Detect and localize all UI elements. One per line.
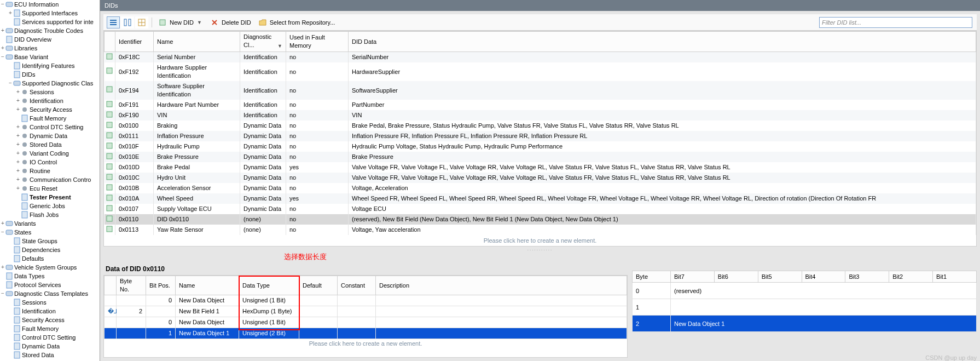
expand-toggle[interactable]: + — [15, 105, 21, 114]
table-row[interactable]: 0x010AWheel SpeedDynamic DatayesWheel Sp… — [105, 193, 976, 204]
tree-item[interactable]: DIDs — [0, 70, 100, 79]
col-bit-pos[interactable]: Bit Pos. — [146, 276, 176, 295]
tree-item[interactable]: Dynamic Data — [0, 342, 100, 351]
tree-item[interactable]: +Dynamic Data — [0, 131, 100, 140]
expand-toggle[interactable]: + — [15, 131, 21, 140]
tree-item[interactable]: DID Overview — [0, 35, 100, 44]
table-row[interactable]: 0New Data ObjectUnsigned (1 Bit) — [105, 317, 627, 328]
tree-item[interactable]: +Libraries — [0, 44, 100, 53]
col-fault-memory[interactable]: Used in Fault Memory — [286, 32, 349, 52]
table-row[interactable]: 0x0110DID 0x0110(none)no(reserved), New … — [105, 214, 976, 225]
col-bit1[interactable]: Bit1 — [933, 271, 977, 283]
tree-item[interactable]: +Control DTC Setting — [0, 123, 100, 131]
tree-item[interactable]: Sessions — [0, 298, 100, 307]
expand-toggle[interactable]: + — [0, 44, 5, 53]
table-row[interactable]: �⅃2New Bit Field 1HexDump (1 Byte) — [105, 306, 627, 317]
tree-item[interactable]: State Groups — [0, 237, 100, 245]
table-row[interactable]: 0x010EBrake PressureDynamic DatanoBrake … — [105, 152, 976, 162]
col-identifier[interactable]: Identifier — [115, 32, 154, 52]
table-row[interactable]: 0xF191Hardware Part NumberIdentification… — [105, 100, 976, 110]
table-row[interactable]: 2New Data Object 1 — [633, 316, 977, 332]
tree-item[interactable]: +Communication Contro — [0, 175, 100, 184]
tree-item[interactable]: −ECU Information — [0, 0, 100, 9]
expand-toggle[interactable]: + — [8, 9, 13, 18]
table-row[interactable]: 0x0100BrakingDynamic DatanoBrake Pedal, … — [105, 121, 976, 131]
expand-toggle[interactable]: + — [15, 175, 21, 184]
table-row[interactable]: 0x0113Yaw Rate Sensor(none)noVoltage, Ya… — [105, 225, 976, 235]
tree-item[interactable]: Fault Memory — [0, 324, 100, 333]
col-bit6[interactable]: Bit6 — [714, 271, 758, 283]
col-diagnostic-class[interactable]: Diagnostic Cl...▼ — [240, 32, 286, 52]
expand-toggle[interactable]: + — [0, 219, 5, 228]
expand-toggle[interactable]: + — [15, 167, 21, 175]
view-list-button[interactable] — [107, 16, 120, 28]
tree-item[interactable]: Tester Present — [0, 193, 100, 202]
chevron-down-icon[interactable]: ▼ — [196, 20, 203, 25]
tree-item[interactable]: Identifying Features — [0, 61, 100, 70]
col-bit4[interactable]: Bit4 — [802, 271, 845, 283]
table-row[interactable]: 0x010FHydraulic PumpDynamic DatanoHydrau… — [105, 141, 976, 152]
table-row[interactable]: 0x0111Inflation PressureDynamic DatanoIn… — [105, 131, 976, 141]
tree-item[interactable]: +Routine — [0, 167, 100, 175]
tree-item[interactable]: Fault Memory — [0, 114, 100, 123]
col-bit5[interactable]: Bit5 — [758, 271, 802, 283]
tree-item[interactable]: −Base Variant — [0, 53, 100, 61]
col-byte[interactable]: Byte — [633, 271, 671, 283]
create-data-element-hint[interactable]: Please click here to create a new elemen… — [104, 339, 627, 348]
expand-toggle[interactable]: + — [15, 140, 21, 149]
table-row[interactable]: 0xF192Hardware Supplier IdentificationId… — [105, 62, 976, 81]
col-data-name[interactable]: Name — [176, 276, 239, 295]
expand-toggle[interactable]: − — [0, 0, 5, 9]
col-icon[interactable] — [105, 32, 115, 52]
table-row[interactable]: 0xF194Software Supplier IdentificationId… — [105, 81, 976, 100]
expand-toggle[interactable]: − — [8, 79, 13, 88]
select-from-repo-button[interactable]: Select from Repository... — [256, 16, 339, 28]
col-description[interactable]: Description — [376, 276, 627, 295]
col-data-type[interactable]: Data Type — [239, 276, 299, 295]
tree-item[interactable]: +Sessions — [0, 88, 100, 96]
tree-item[interactable]: +Stored Data — [0, 140, 100, 149]
expand-toggle[interactable]: + — [0, 263, 5, 272]
expand-toggle[interactable]: + — [15, 96, 21, 105]
expand-toggle[interactable]: + — [15, 123, 21, 131]
chevron-down-icon[interactable]: ▼ — [277, 42, 282, 50]
tree-item[interactable]: +Ecu Reset — [0, 184, 100, 193]
navigation-tree[interactable]: −ECU Information+Supported InterfacesSer… — [0, 0, 100, 361]
new-did-button[interactable]: New DID ▼ — [155, 16, 206, 28]
table-row[interactable]: 0x0107Supply Voltage ECUDynamic DatanoVo… — [105, 204, 976, 214]
tree-item[interactable]: Dependencies — [0, 245, 100, 254]
view-grid-button[interactable] — [135, 16, 148, 28]
col-name[interactable]: Name — [154, 32, 240, 52]
table-row[interactable]: 0x010BAcceleration SensorDynamic DatanoV… — [105, 183, 976, 193]
tree-item[interactable]: Data Types — [0, 272, 100, 280]
tree-item[interactable]: Services supported for inte — [0, 18, 100, 26]
tree-item[interactable]: −States — [0, 228, 100, 237]
col-did-data[interactable]: DID Data — [349, 32, 976, 52]
table-row[interactable]: 0x010DBrake PedalDynamic DatayesValve Vo… — [105, 162, 976, 173]
tree-item[interactable]: Generic Jobs — [0, 202, 100, 210]
table-row[interactable]: 0(reserved) — [633, 283, 977, 299]
expand-toggle[interactable]: + — [15, 158, 21, 167]
table-row[interactable]: 0New Data ObjectUnsigned (1 Bit) — [105, 295, 627, 306]
expand-toggle[interactable]: − — [0, 228, 5, 237]
expand-toggle[interactable]: + — [15, 149, 21, 158]
tree-item[interactable]: Flash Jobs — [0, 210, 100, 219]
tree-item[interactable]: +Diagnostic Trouble Codes — [0, 26, 100, 35]
expand-toggle[interactable]: − — [0, 289, 5, 298]
col-byte-no[interactable]: Byte No. — [117, 276, 146, 295]
expand-toggle[interactable]: + — [0, 26, 5, 35]
filter-input[interactable]: Filter DID list... — [819, 17, 972, 28]
create-element-hint[interactable]: Please click here to create a new elemen… — [104, 235, 976, 246]
col-bit3[interactable]: Bit3 — [845, 271, 889, 283]
tree-item[interactable]: −Diagnostic Class Templates — [0, 289, 100, 298]
col-default[interactable]: Default — [299, 276, 338, 295]
col-bit7[interactable]: Bit7 — [671, 271, 715, 283]
tree-item[interactable]: +Supported Interfaces — [0, 9, 100, 18]
tree-item[interactable]: −Supported Diagnostic Clas — [0, 79, 100, 88]
col-bit2[interactable]: Bit2 — [889, 271, 933, 283]
tree-item[interactable]: +IO Control — [0, 158, 100, 167]
table-row[interactable]: 0xF18CSerial NumberIdentificationnoSeria… — [105, 52, 976, 63]
col-constant[interactable]: Constant — [338, 276, 376, 295]
delete-did-button[interactable]: Delete DID — [207, 16, 254, 28]
tree-item[interactable]: +Vehicle System Groups — [0, 263, 100, 272]
